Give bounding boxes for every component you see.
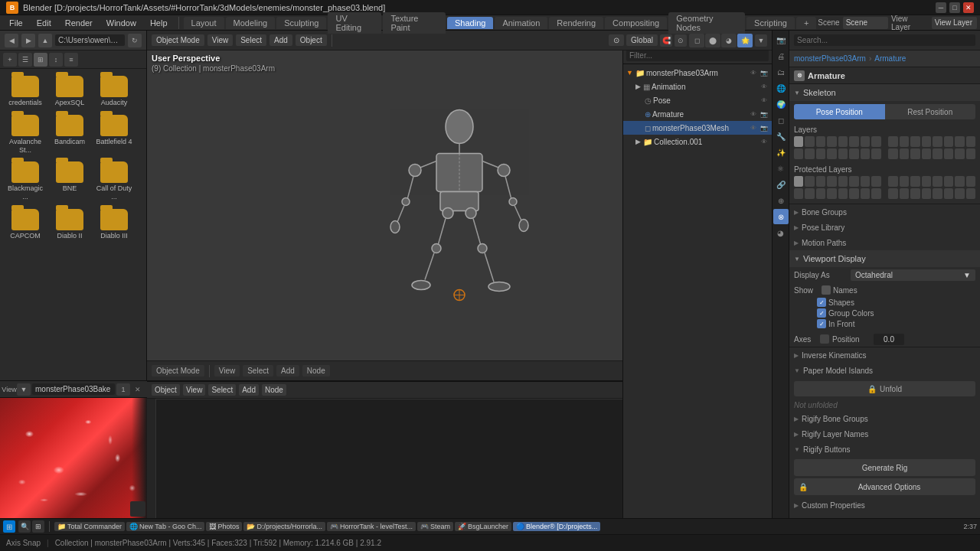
protected-layer-29[interactable] xyxy=(933,188,942,199)
protected-layer-26[interactable] xyxy=(900,188,909,199)
layer-27[interactable] xyxy=(910,148,920,159)
protected-layer-11[interactable] xyxy=(910,176,920,187)
viewport-settings-button[interactable]: ▼ xyxy=(755,34,767,47)
folder-apexsql[interactable]: ApexSQL xyxy=(49,73,90,109)
folder-capcom[interactable]: CAPCOM xyxy=(5,207,46,243)
filter-button[interactable]: ≡ xyxy=(64,53,78,67)
object-props-icon[interactable]: ◻ xyxy=(773,112,789,128)
object-mode-label[interactable]: Object Mode xyxy=(152,365,204,377)
output-props-icon[interactable]: 🖨 xyxy=(773,48,789,64)
chrome-taskitem[interactable]: 🌐 New Tab - Goo Ch... xyxy=(126,522,204,531)
folder-blackmagic[interactable]: Blackmagic ... xyxy=(5,159,46,204)
tab-modeling[interactable]: Modeling xyxy=(226,17,276,29)
minimize-button[interactable]: ─ xyxy=(936,2,946,13)
layer-4[interactable] xyxy=(827,136,836,147)
timeline-node-menu[interactable]: Node xyxy=(262,384,286,396)
timeline-add-menu[interactable]: Add xyxy=(239,384,259,396)
tab-layout[interactable]: Layout xyxy=(184,17,224,29)
protected-layer-17[interactable] xyxy=(794,188,803,199)
tab-animation[interactable]: Animation xyxy=(495,17,547,29)
physics-props-icon[interactable]: ⚛ xyxy=(773,161,789,176)
protected-layer-15[interactable] xyxy=(955,176,964,187)
viewport-display-header[interactable]: ▼ Viewport Display xyxy=(789,250,980,267)
task-view-button[interactable]: ⊞ xyxy=(32,520,44,533)
render-toggle3[interactable]: 📷 xyxy=(760,123,769,132)
layer-25[interactable] xyxy=(888,148,897,159)
tab-scripting[interactable]: Scripting xyxy=(746,17,795,29)
skeleton-header[interactable]: ▼ Skeleton xyxy=(789,84,980,101)
folder-diablo3[interactable]: Diablo III xyxy=(93,207,135,243)
tree-item-collection001[interactable]: ▶ 📁 Collection.001 👁 xyxy=(623,135,772,148)
view-menu-button[interactable]: View xyxy=(3,383,15,396)
menu-help[interactable]: Help xyxy=(144,17,174,29)
layer-20[interactable] xyxy=(827,148,836,159)
advanced-options-button[interactable]: 🔒 Advanced Options xyxy=(794,478,975,495)
layer-16[interactable] xyxy=(966,136,975,147)
custom-properties-section[interactable]: ▶ Custom Properties xyxy=(789,497,980,513)
visibility-toggle5[interactable]: 👁 xyxy=(749,123,758,132)
layer-1[interactable] xyxy=(794,136,803,147)
protected-layer-32[interactable] xyxy=(966,188,975,199)
menu-file[interactable]: File xyxy=(3,17,29,29)
display-as-selector[interactable]: Octahedral ▼ xyxy=(851,269,975,281)
protected-layer-20[interactable] xyxy=(827,188,836,199)
tree-item-pose[interactable]: ◷ Pose 👁 xyxy=(623,93,772,107)
rest-position-button[interactable]: Rest Position xyxy=(885,104,976,119)
layer-9[interactable] xyxy=(888,136,897,147)
visibility-toggle2[interactable]: 👁 xyxy=(760,82,769,91)
blender-taskitem[interactable]: 🔵 Blender® [D:/projects... xyxy=(513,522,600,531)
pivot-selector[interactable]: ⊙ xyxy=(609,34,624,46)
ik-section[interactable]: ▶ Inverse Kinematics xyxy=(789,347,980,363)
protected-layer-14[interactable] xyxy=(944,176,953,187)
rigify-buttons-section[interactable]: ▼ Rigify Buttons xyxy=(789,442,980,457)
world-props-icon[interactable]: 🌍 xyxy=(773,96,789,112)
protected-layer-30[interactable] xyxy=(944,188,953,199)
layer-31[interactable] xyxy=(955,148,964,159)
bottom-select-menu[interactable]: Select xyxy=(243,365,273,377)
layer-12[interactable] xyxy=(922,136,931,147)
menu-render[interactable]: Render xyxy=(59,17,99,29)
tree-item-animation[interactable]: ▶ ▦ Animation 👁 xyxy=(623,80,772,93)
layer-17[interactable] xyxy=(794,148,803,159)
modifier-props-icon[interactable]: 🔧 xyxy=(773,129,789,144)
mode-selector[interactable]: Object Mode xyxy=(152,34,204,46)
forward-button[interactable]: ▶ xyxy=(21,34,35,47)
reload-button[interactable]: ↻ xyxy=(128,34,142,47)
tab-shading[interactable]: Shading xyxy=(447,17,493,29)
view-layer-props-icon[interactable]: 🗂 xyxy=(773,64,789,80)
tree-item-armature[interactable]: ⊕ Armature 👁 📷 xyxy=(623,107,772,121)
folder-credentials[interactable]: credentials xyxy=(5,73,46,109)
start-button[interactable]: ⊞ xyxy=(3,520,15,533)
layer-2[interactable] xyxy=(805,136,814,147)
names-checkbox[interactable]: Names xyxy=(822,285,858,295)
outliner-search-input[interactable] xyxy=(626,50,769,61)
bottom-node-menu[interactable]: Node xyxy=(302,365,330,377)
render-toggle[interactable]: 📷 xyxy=(760,68,769,77)
layer-30[interactable] xyxy=(944,148,953,159)
pose-position-button[interactable]: Pose Position xyxy=(794,104,885,119)
layer-7[interactable] xyxy=(861,136,870,147)
protected-layer-2[interactable] xyxy=(805,176,814,187)
layer-19[interactable] xyxy=(816,148,825,159)
motion-paths-section[interactable]: ▶ Motion Paths xyxy=(789,235,980,250)
solid-button[interactable]: ⬤ xyxy=(705,34,720,47)
scene-props-icon[interactable]: 🌐 xyxy=(773,80,789,96)
paper-model-section[interactable]: ▼ Paper Model Islands xyxy=(789,363,980,378)
back-button[interactable]: ◀ xyxy=(5,34,18,47)
image-picker-button[interactable]: ▼ xyxy=(17,383,31,396)
bsglauncher-taskitem[interactable]: 🚀 BsgLauncher xyxy=(455,522,511,531)
menu-edit[interactable]: Edit xyxy=(31,17,57,29)
current-path[interactable]: C:\Users\owen\Docume... xyxy=(55,34,125,46)
folder-diablo2[interactable]: Diablo II xyxy=(49,207,90,243)
folder-call-of-duty[interactable]: Call of Duty ... xyxy=(93,159,135,204)
pose-library-section[interactable]: ▶ Pose Library xyxy=(789,220,980,235)
protected-layer-12[interactable] xyxy=(922,176,931,187)
bc-armature[interactable]: Armature xyxy=(874,54,906,63)
layer-28[interactable] xyxy=(922,148,931,159)
snap-toggle[interactable]: 🧲 xyxy=(660,34,672,47)
layer-21[interactable] xyxy=(838,148,848,159)
layer-29[interactable] xyxy=(933,148,942,159)
visibility-toggle3[interactable]: 👁 xyxy=(760,96,769,105)
scene-selector[interactable]: Scene xyxy=(843,17,888,29)
protected-layer-3[interactable] xyxy=(816,176,825,187)
